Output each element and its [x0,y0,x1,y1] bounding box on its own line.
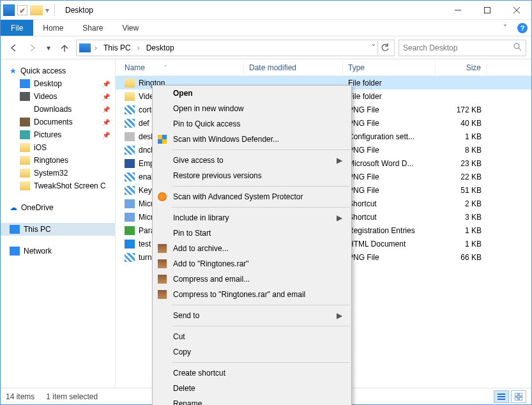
menu-item-label: Open in new window [173,104,244,113]
up-button[interactable] [57,40,72,56]
qat-newfolder-icon[interactable] [30,5,43,15]
menu-separator [172,207,350,208]
recent-dropdown[interactable]: ▾ [44,40,53,56]
view-details-button[interactable] [494,390,509,403]
maximize-button[interactable] [473,1,502,20]
file-type: Shortcut [343,199,436,208]
menu-item-label: Cut [173,332,185,341]
breadcrumb-sep-icon[interactable]: › [135,43,142,52]
menu-item[interactable]: Pin to Start [153,225,351,241]
nav-network[interactable]: Network [1,245,115,257]
menu-item[interactable]: Add to "Ringtones.rar" [153,256,351,271]
sidebar-item[interactable]: Pictures📌 [1,128,115,141]
file-size: 3 KB [436,213,487,222]
menu-item[interactable]: Rename [153,396,351,405]
breadcrumb-dropdown-icon[interactable]: ˅ [369,43,378,52]
col-size[interactable]: Size [436,61,487,75]
file-type: Microsoft Word D... [343,159,436,168]
col-date[interactable]: Date modified [244,61,343,75]
menu-item[interactable]: Delete [153,381,351,396]
file-size: 1 KB [436,226,487,235]
menu-item[interactable]: Copy [153,344,351,360]
close-button[interactable] [502,1,531,20]
menu-item[interactable]: Send to▶ [153,308,351,323]
folder-icon [20,118,30,126]
menu-item[interactable]: Cut [153,329,351,344]
view-large-button[interactable] [511,390,526,403]
file-size: 22 KB [436,172,487,181]
archive-icon [156,289,168,300]
file-icon [125,105,135,114]
pc-icon [79,43,91,52]
menu-item-label: Open [173,89,193,98]
menu-item[interactable]: Give access to▶ [153,153,351,168]
nav-pane: ★ Quick access Desktop📌Videos📌Downloads📌… [1,59,116,388]
sidebar-item[interactable]: TweakShot Screen C [1,180,115,192]
menu-item[interactable]: Open [153,86,351,101]
close-icon [513,7,520,13]
pin-icon: 📌 [102,119,110,126]
sidebar-item-label: Documents [34,118,73,126]
file-size: 8 KB [436,146,487,155]
sidebar-item[interactable]: Desktop📌 [1,77,115,90]
nav-this-pc[interactable]: This PC [1,223,115,236]
ribbon-file-tab[interactable]: File [1,20,33,36]
large-view-icon [515,393,522,401]
menu-item[interactable]: Create shortcut [153,365,351,381]
menu-item[interactable]: Include in library▶ [153,210,351,225]
status-selection: 1 item selected [46,392,98,401]
nav-onedrive[interactable]: ☁ OneDrive [1,201,115,214]
qat-properties-icon[interactable]: ✔ [17,5,27,15]
menu-item[interactable]: Add to archive... [153,241,351,256]
menu-item[interactable]: Pin to Quick access [153,116,351,132]
folder-icon [20,143,30,152]
minimize-icon [455,7,461,13]
archive-icon [156,273,168,285]
ribbon-home-tab[interactable]: Home [33,20,73,36]
file-icon [125,186,135,195]
sidebar-item[interactable]: Videos📌 [1,90,115,103]
svg-point-4 [514,43,519,49]
sidebar-item[interactable]: Ringtones [1,154,115,167]
menu-item[interactable]: Restore previous versions [153,168,351,183]
menu-item-label: Create shortcut [173,369,225,378]
minimize-button[interactable] [443,1,473,20]
refresh-button[interactable] [377,41,391,55]
sidebar-item[interactable]: Documents📌 [1,116,115,128]
col-name[interactable]: Name ˄ [119,61,244,75]
ribbon-share-tab[interactable]: Share [73,20,112,36]
menu-item[interactable]: Compress to "Ringtones.rar" and email [153,287,351,302]
breadcrumb-sep-icon[interactable]: › [92,43,100,52]
qat-dropdown-icon[interactable]: ▾ [45,6,49,15]
file-icon [125,159,135,168]
help-icon[interactable]: ? [517,23,528,33]
col-type[interactable]: Type [343,61,436,75]
ribbon-collapse-icon[interactable]: ˅ [497,20,513,36]
file-type: PNG File [343,146,436,155]
menu-item-label: Add to "Ringtones.rar" [173,259,249,268]
menu-item[interactable]: Compress and email... [153,271,351,287]
breadcrumb[interactable]: › This PC › Desktop ˅ [76,40,395,56]
forward-button[interactable] [25,40,40,56]
sidebar-item[interactable]: iOS [1,141,115,154]
back-button[interactable] [6,40,21,56]
menu-item[interactable]: Scan with Windows Defender... [153,132,351,147]
sidebar-item-label: Downloads [34,105,72,114]
sidebar-item-label: TweakShot Screen C [34,181,106,190]
nav-quick-access[interactable]: ★ Quick access [1,65,115,77]
search-input[interactable]: Search Desktop [399,40,526,56]
breadcrumb-root[interactable]: This PC [101,42,133,54]
sidebar-item-label: Desktop [34,79,62,88]
sidebar-item[interactable]: Downloads📌 [1,103,115,116]
file-icon [125,79,135,88]
sidebar-item[interactable]: System32 [1,167,115,180]
file-type: Registration Entries [343,226,436,235]
ribbon-view-tab[interactable]: View [112,20,148,36]
svg-rect-11 [515,397,518,401]
breadcrumb-current[interactable]: Desktop [144,42,177,54]
menu-item[interactable]: Open in new window [153,101,351,116]
file-icon [125,132,135,141]
archive-icon [156,258,168,270]
arrow-right-icon [28,43,37,52]
menu-item[interactable]: Scan with Advanced System Protector [153,189,351,204]
